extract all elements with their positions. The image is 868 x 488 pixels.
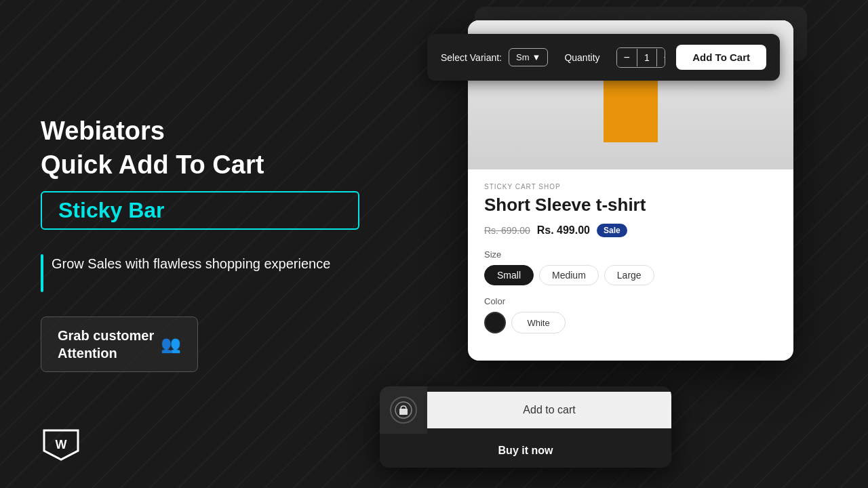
color-section: Color White <box>484 296 777 333</box>
brand-line2: Quick Add To Cart <box>41 150 359 181</box>
popup-header: Add to cart <box>380 386 671 434</box>
people-icon: 👥 <box>161 335 181 354</box>
current-price: Rs. 499.00 <box>537 224 590 237</box>
tagline-accent-bar <box>41 254 43 292</box>
tagline-text: Grow Sales with flawless shopping experi… <box>52 254 330 273</box>
shopify-icon-area <box>380 386 427 434</box>
tagline-container: Grow Sales with flawless shopping experi… <box>41 254 359 292</box>
product-details: STICKY CART SHOP Short Sleeve t-shirt Rs… <box>468 169 793 361</box>
bottom-popup-card: Add to cart Buy it now <box>380 386 671 468</box>
variant-value: Sm <box>516 52 530 62</box>
sticky-add-to-cart-button[interactable]: Add To Cart <box>676 45 766 70</box>
right-panel: Select Variant: Sm ▼ Quantity − 1 + Add … <box>400 0 868 488</box>
webiators-logo: W <box>41 427 81 461</box>
brand-line1: Webiators <box>41 116 359 147</box>
grab-attention-button[interactable]: Grab customerAttention 👥 <box>41 317 198 372</box>
size-label: Size <box>484 249 777 260</box>
sale-badge: Sale <box>597 224 627 237</box>
left-panel: Webiators Quick Add To Cart Sticky Bar G… <box>0 0 400 488</box>
quantity-label: Quantity <box>564 52 599 63</box>
variant-label: Select Variant: <box>441 52 502 63</box>
size-btn-small[interactable]: Small <box>484 265 534 285</box>
sticky-bar-badge: Sticky Bar <box>41 191 359 230</box>
sticky-bar-text: Sticky Bar <box>58 198 165 222</box>
main-wrapper: Webiators Quick Add To Cart Sticky Bar G… <box>0 0 868 488</box>
shopify-svg <box>394 401 413 420</box>
svg-rect-3 <box>399 409 408 415</box>
original-price: Rs. 699.00 <box>484 225 530 236</box>
product-title: Short Sleeve t-shirt <box>484 195 777 216</box>
quantity-controls: − 1 + <box>616 47 666 68</box>
logo-area: W <box>41 427 81 464</box>
color-swatch-black[interactable] <box>484 312 506 333</box>
quantity-value: 1 <box>637 49 657 66</box>
quantity-increase-button[interactable]: + <box>657 48 666 67</box>
size-btn-large[interactable]: Large <box>604 265 654 285</box>
color-swatch-white[interactable]: White <box>511 312 566 333</box>
variant-select[interactable]: Sm ▼ <box>509 48 548 66</box>
size-section: Size Small Medium Large <box>484 249 777 285</box>
variant-dropdown-icon: ▼ <box>532 52 541 62</box>
size-options: Small Medium Large <box>484 265 777 285</box>
sticky-bar-top: Select Variant: Sm ▼ Quantity − 1 + Add … <box>427 34 780 81</box>
shopify-bag-icon <box>390 396 417 424</box>
shop-name: STICKY CART SHOP <box>484 183 777 190</box>
svg-text:W: W <box>56 438 67 451</box>
buy-it-now-button[interactable]: Buy it now <box>380 434 671 468</box>
variant-section: Select Variant: Sm ▼ <box>441 48 548 66</box>
color-options: White <box>484 312 777 333</box>
size-btn-medium[interactable]: Medium <box>539 265 599 285</box>
price-row: Rs. 699.00 Rs. 499.00 Sale <box>484 224 777 237</box>
quantity-decrease-button[interactable]: − <box>617 48 637 67</box>
color-label: Color <box>484 296 777 306</box>
grab-attention-text: Grab customerAttention <box>58 327 154 362</box>
popup-add-to-cart[interactable]: Add to cart <box>427 392 671 428</box>
